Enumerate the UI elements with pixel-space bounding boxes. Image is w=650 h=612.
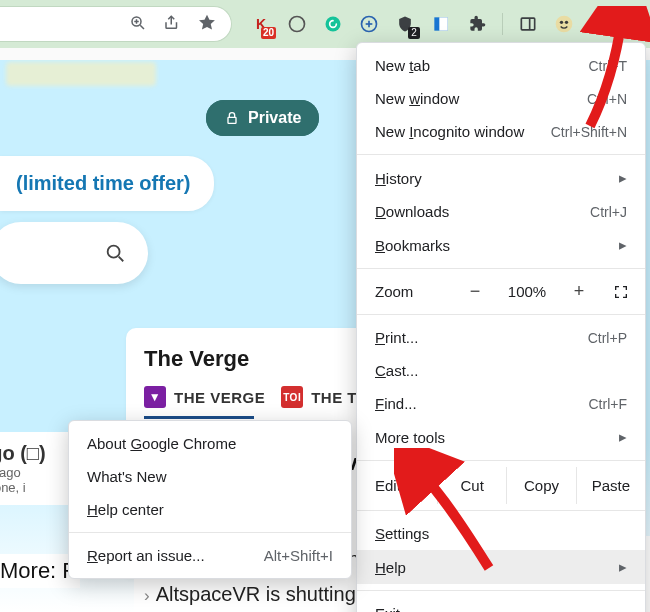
menu-cast[interactable]: Cast... (357, 354, 645, 387)
menu-bookmarks[interactable]: Bookmarks▸ (357, 228, 645, 262)
chrome-menu-button[interactable]: ⋮ (589, 9, 619, 39)
private-chip[interactable]: Private (206, 100, 319, 136)
ext-k-badge: 20 (261, 27, 276, 39)
zoom-value: 100% (500, 283, 554, 300)
svg-rect-16 (228, 117, 236, 123)
ext-square-icon[interactable] (430, 13, 452, 35)
svg-point-14 (560, 21, 563, 24)
zoom-in-button[interactable]: + (564, 281, 594, 302)
bookmark-star-icon[interactable] (197, 13, 217, 36)
divider (502, 13, 503, 35)
svg-line-18 (119, 257, 124, 262)
menu-edit-row: Edit Cut Copy Paste (357, 467, 645, 504)
svg-point-5 (326, 17, 341, 32)
menu-more-tools[interactable]: More tools▸ (357, 420, 645, 454)
search-pill[interactable] (0, 222, 148, 284)
svg-point-17 (108, 246, 120, 258)
private-label: Private (248, 109, 301, 127)
svg-point-15 (565, 21, 568, 24)
menu-help[interactable]: Help▸ (357, 550, 645, 584)
svg-point-13 (556, 16, 573, 33)
search-icon (104, 242, 126, 264)
ext-shield-icon[interactable]: 2 (394, 13, 416, 35)
toi-logo-icon: TOI (281, 386, 303, 408)
menu-new-tab[interactable]: New tabCtrl+T (357, 49, 645, 82)
edit-cut[interactable]: Cut (437, 467, 506, 504)
chip-verge[interactable]: ▼ THE VERGE (144, 386, 265, 408)
menu-new-incognito[interactable]: New Incognito windowCtrl+Shift+N (357, 115, 645, 148)
extension-tray: K 20 2 ⋮ (232, 9, 650, 39)
help-helpcenter[interactable]: Help center (69, 493, 351, 526)
ext-grammarly-icon[interactable] (322, 13, 344, 35)
menu-settings[interactable]: Settings (357, 517, 645, 550)
zoom-lens-icon[interactable] (129, 14, 147, 35)
zoom-out-button[interactable]: − (460, 281, 490, 302)
fullscreen-button[interactable] (607, 284, 635, 300)
svg-point-4 (290, 17, 305, 32)
menu-print[interactable]: Print...Ctrl+P (357, 321, 645, 354)
verge-logo-icon: ▼ (144, 386, 166, 408)
edit-paste[interactable]: Paste (576, 467, 645, 504)
offer-chip[interactable]: (limited time offer) (0, 156, 214, 211)
help-about[interactable]: About Google Chrome (69, 427, 351, 460)
side-panel-icon[interactable] (517, 13, 539, 35)
svg-line-1 (140, 25, 144, 29)
ext-circle-icon[interactable] (286, 13, 308, 35)
help-submenu: About Google Chrome What's New Help cent… (68, 420, 352, 579)
edit-copy[interactable]: Copy (506, 467, 575, 504)
help-report[interactable]: Report an issue...Alt+Shift+I (69, 539, 351, 572)
menu-find[interactable]: Find...Ctrl+F (357, 387, 645, 420)
chrome-main-menu: New tabCtrl+T New windowCtrl+N New Incog… (356, 42, 646, 612)
omnibox[interactable] (0, 6, 232, 42)
extensions-puzzle-icon[interactable] (466, 13, 488, 35)
menu-zoom-row: Zoom − 100% + (357, 275, 645, 308)
ext-plus-icon[interactable] (358, 13, 380, 35)
menu-history[interactable]: History▸ (357, 161, 645, 195)
menu-exit[interactable]: Exit (357, 597, 645, 612)
menu-downloads[interactable]: DownloadsCtrl+J (357, 195, 645, 228)
help-whatsnew[interactable]: What's New (69, 460, 351, 493)
active-chip-indicator (144, 416, 254, 419)
lock-icon (224, 110, 240, 126)
chip-toi[interactable]: TOI THE T (281, 386, 357, 408)
ext-k-icon[interactable]: K 20 (250, 13, 272, 35)
svg-rect-11 (521, 18, 534, 30)
share-icon[interactable] (163, 14, 181, 35)
browser-toolbar: K 20 2 ⋮ (0, 0, 650, 48)
profile-avatar-icon[interactable] (553, 13, 575, 35)
blurred-region (6, 62, 156, 86)
svg-rect-10 (439, 17, 447, 30)
ext-shield-badge: 2 (408, 27, 420, 39)
menu-new-window[interactable]: New windowCtrl+N (357, 82, 645, 115)
